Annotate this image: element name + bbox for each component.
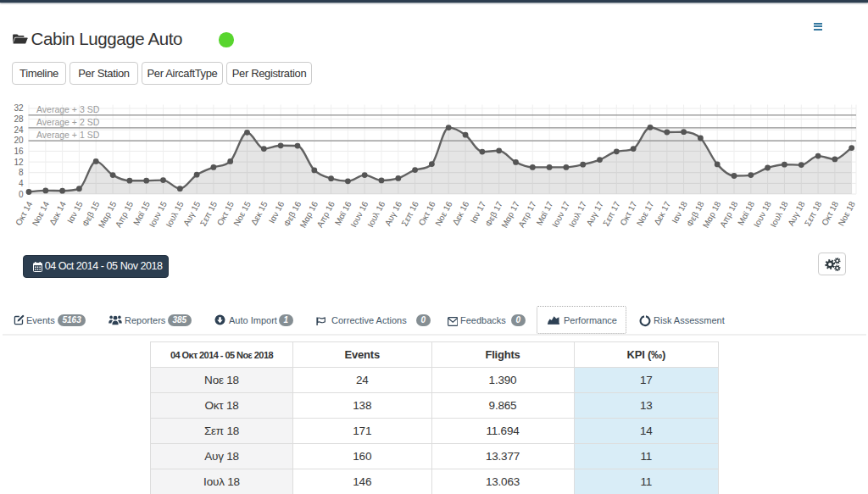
svg-text:24: 24 [14,125,24,135]
svg-text:8: 8 [19,168,24,177]
svg-text:Average + 3 SD: Average + 3 SD [36,104,100,114]
svg-text:Δεκ 17: Δεκ 17 [652,199,672,226]
svg-text:16: 16 [14,147,24,156]
svg-text:Νοε 18: Νοε 18 [837,199,858,227]
svg-text:Δεκ 16: Δεκ 16 [451,199,471,226]
svg-text:20: 20 [14,136,24,145]
svg-text:Average + 1 SD: Average + 1 SD [36,130,100,140]
svg-text:28: 28 [14,114,24,124]
svg-text:Δεκ 15: Δεκ 15 [249,199,270,226]
svg-text:4: 4 [19,179,24,188]
svg-text:Average + 2 SD: Average + 2 SD [36,117,100,127]
svg-text:32: 32 [14,103,24,113]
svg-text:0: 0 [19,190,24,199]
svg-text:Δεκ 14: Δεκ 14 [47,199,68,226]
svg-text:12: 12 [14,158,24,167]
